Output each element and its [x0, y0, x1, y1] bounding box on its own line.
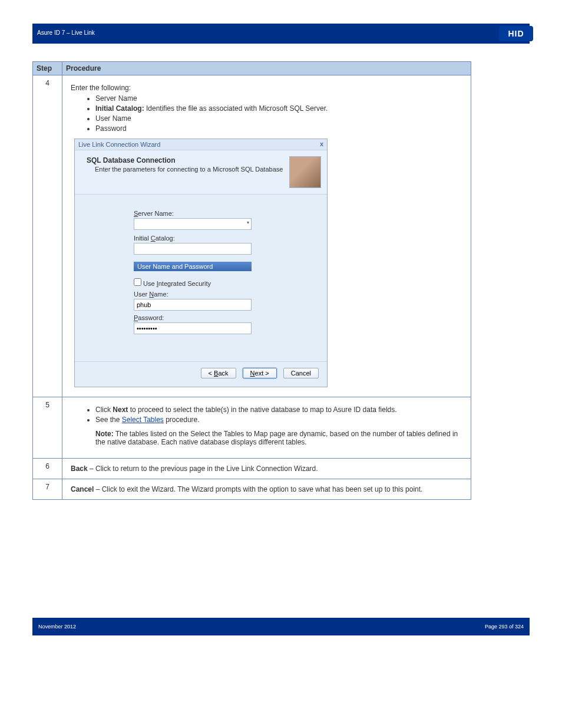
- procedure-table: Step Procedure 4 Enter the following: Se…: [32, 61, 471, 500]
- select-tables-link[interactable]: Select Tables: [122, 416, 164, 424]
- wizard-body: Server Name: ▾ Initial Catalog: User Nam…: [75, 195, 327, 361]
- wizard-titlebar: Live Link Connection Wizard x: [75, 139, 327, 150]
- credentials-group-title: User Name and Password: [134, 262, 252, 271]
- step-7-proc: Cancel – Click to exit the Wizard. The W…: [62, 479, 471, 500]
- wizard-subheading: Enter the parameters for connecting to a…: [95, 166, 289, 173]
- col-procedure: Procedure: [62, 62, 471, 75]
- col-step: Step: [33, 62, 62, 75]
- footer-right: Page 293 of 324: [485, 624, 524, 630]
- integrated-security-option[interactable]: Use Integrated Security: [134, 278, 327, 287]
- label-initial-catalog: Initial Catalog:: [134, 235, 327, 242]
- step-6-num: 6: [33, 459, 62, 479]
- label-password: Password:: [134, 314, 327, 321]
- footer-banner: November 2012 Page 293 of 324: [32, 618, 530, 635]
- chevron-down-icon[interactable]: ▾: [247, 220, 249, 225]
- password-input[interactable]: [134, 322, 252, 334]
- integrated-security-checkbox[interactable]: [134, 278, 141, 286]
- hid-logo: HID: [499, 26, 533, 41]
- step-4-proc: Enter the following: Server Name Initial…: [62, 75, 471, 397]
- step-5-num: 5: [33, 397, 62, 459]
- initial-catalog-input[interactable]: [134, 243, 252, 255]
- step-6-proc: Back – Click to return to the previous p…: [62, 459, 471, 479]
- wizard-dialog: Live Link Connection Wizard x SQL Databa…: [74, 139, 328, 387]
- wizard-header: SQL Database Connection Enter the parame…: [75, 150, 327, 195]
- user-name-input[interactable]: [134, 299, 252, 311]
- wizard-footer: < Back Next > Cancel: [75, 361, 327, 387]
- wizard-header-image: [289, 156, 321, 188]
- back-button[interactable]: < Back: [201, 368, 236, 378]
- footer-left: November 2012: [38, 624, 76, 630]
- banner-caption: Asure ID 7 – Live Link: [32, 24, 530, 42]
- label-user-name: User Name:: [134, 291, 327, 298]
- credentials-group: User Name and Password Use Integrated Se…: [134, 262, 327, 338]
- wizard-heading: SQL Database Connection: [87, 156, 289, 164]
- cancel-button[interactable]: Cancel: [283, 368, 319, 378]
- step-4-num: 4: [33, 75, 62, 397]
- header-banner: Asure ID 7 – Live Link HID: [32, 24, 530, 44]
- label-server-name: Server Name:: [134, 210, 327, 217]
- step-5-proc: Click Next to proceed to select the tabl…: [62, 397, 471, 459]
- close-icon[interactable]: x: [320, 140, 323, 147]
- next-button[interactable]: Next >: [243, 368, 277, 378]
- step-7-num: 7: [33, 479, 62, 500]
- server-name-combo[interactable]: ▾: [134, 218, 252, 230]
